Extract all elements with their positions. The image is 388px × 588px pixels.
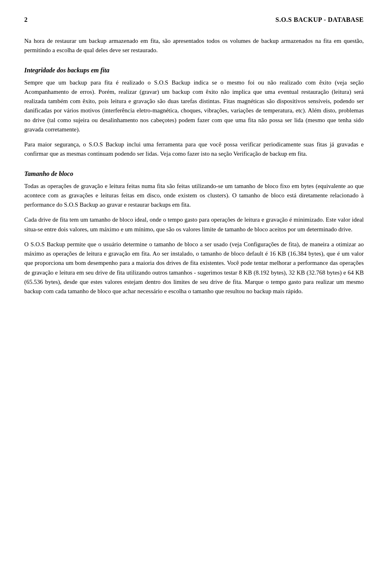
section-integrity-heading: Integridade dos backups em fita xyxy=(24,67,364,74)
section-block-size: Tamanho de bloco Todas as operações de g… xyxy=(24,170,364,296)
section-integrity: Integridade dos backups em fita Sempre q… xyxy=(24,67,364,159)
section-block-size-para2: Cada drive de fita tem um tamanho de blo… xyxy=(24,215,364,234)
section-integrity-para2: Para maior segurança, o S.O.S Backup inc… xyxy=(24,140,364,159)
section-block-size-para3: O S.O.S Backup permite que o usuário det… xyxy=(24,240,364,296)
section-block-size-heading: Tamanho de bloco xyxy=(24,170,364,178)
page-title: S.O.S BACKUP - DATABASE xyxy=(276,16,364,23)
page-number: 2 xyxy=(24,16,27,23)
section-block-size-para1: Todas as operações de gravação e leitura… xyxy=(24,182,364,210)
page-header: 2 S.O.S BACKUP - DATABASE xyxy=(24,16,364,23)
section-integrity-para1: Sempre que um backup para fita é realiza… xyxy=(24,78,364,135)
intro-paragraph: Na hora de restaurar um backup armazenad… xyxy=(24,36,364,55)
